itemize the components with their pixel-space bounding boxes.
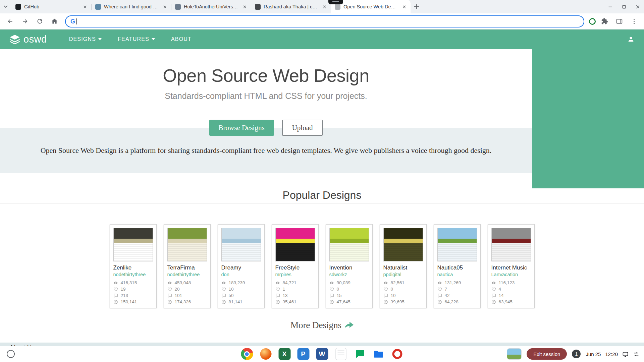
design-card[interactable]: TerraFirma nodethirtythree 453,048201011… — [164, 224, 211, 308]
shelf-app-files-icon[interactable] — [372, 348, 385, 361]
design-author-link[interactable]: nodethirtythree — [113, 272, 153, 277]
upload-button[interactable]: Upload — [282, 120, 323, 136]
design-thumbnail[interactable] — [275, 228, 315, 261]
address-bar-input[interactable] — [80, 18, 579, 24]
tab-close-icon[interactable] — [82, 4, 88, 10]
design-name[interactable]: Zenlike — [113, 264, 153, 271]
tab-favicon — [15, 4, 21, 10]
chromeos-shelf: XPW Exit session 1 Jun 25 12:20 — [0, 346, 644, 362]
design-author-link[interactable]: nodethirtythree — [167, 272, 207, 277]
design-name[interactable]: FreeStyle — [275, 264, 315, 271]
design-card[interactable]: Zenlike nodethirtythree 416,31519213150,… — [110, 224, 157, 308]
back-button[interactable] — [4, 15, 16, 27]
design-thumbnail[interactable] — [383, 228, 423, 261]
stat-comments: 101 — [167, 292, 207, 299]
stat-likes-value: 10 — [229, 287, 234, 292]
design-card[interactable]: FreeStyle mrpires 84,72111335,461 — [272, 224, 319, 308]
launcher-button[interactable] — [7, 350, 15, 358]
comment-icon — [221, 293, 226, 298]
stat-likes: 19 — [113, 286, 153, 292]
design-card[interactable]: Dreamy don 183,239105081,141 — [218, 224, 265, 308]
design-name[interactable]: Naturalist — [383, 264, 423, 271]
tab-close-icon[interactable] — [321, 4, 327, 10]
thumb-accent — [168, 239, 207, 243]
design-author-link[interactable]: don — [221, 272, 261, 277]
design-card[interactable]: Naturalist ppdigital 82,56101039,695 — [380, 224, 427, 308]
new-tab-button[interactable] — [411, 0, 423, 13]
tab-title: Rashard aka Thaka | compiling — [264, 4, 318, 9]
account-button[interactable] — [627, 36, 635, 43]
browser-tab[interactable]: GitHub — [11, 0, 91, 13]
shelf-app-powerpoint-icon[interactable]: P — [297, 348, 310, 361]
home-button[interactable] — [48, 15, 60, 27]
stat-likes-value: 4 — [499, 287, 501, 292]
eye-icon — [437, 281, 442, 285]
extension-pinned-icon[interactable] — [589, 18, 596, 25]
hero-main: Open Source Web Design Standards-complia… — [0, 49, 532, 128]
comment-icon — [383, 293, 388, 298]
nav-item-designs[interactable]: DESIGNS — [69, 36, 102, 42]
design-author-link[interactable]: nautica — [437, 272, 477, 277]
stat-views: 453,048 — [167, 280, 207, 286]
design-thumbnail[interactable] — [167, 228, 207, 261]
address-bar[interactable]: G — [65, 15, 584, 27]
system-tray[interactable]: Jun 25 12:20 — [586, 351, 639, 357]
design-card-list: Zenlike nodethirtythree 416,31519213150,… — [0, 224, 644, 308]
design-thumbnail[interactable] — [329, 228, 369, 261]
shelf-app-chat-icon[interactable] — [353, 348, 366, 361]
browse-designs-button[interactable]: Browse Designs — [209, 120, 274, 136]
design-name[interactable]: Internet Music — [491, 264, 531, 271]
design-name[interactable]: Invention — [329, 264, 369, 271]
reload-button[interactable] — [34, 15, 46, 27]
shelf-app-docs-icon[interactable] — [334, 348, 347, 361]
design-author-link[interactable]: LanVacation — [491, 272, 531, 277]
tab-close-icon[interactable] — [401, 4, 407, 10]
browser-menu-kebab-icon[interactable] — [628, 15, 640, 27]
design-thumbnail[interactable] — [113, 228, 153, 261]
design-name[interactable]: Dreamy — [221, 264, 261, 271]
nav-item-features[interactable]: FEATURES — [118, 36, 155, 42]
wallpaper-thumbnail[interactable] — [507, 348, 522, 360]
shelf-app-excel-icon[interactable]: X — [278, 348, 291, 361]
design-author-link[interactable]: mrpires — [275, 272, 315, 277]
thumb-body — [330, 243, 369, 261]
site-logo[interactable]: oswd — [9, 34, 47, 45]
extensions-puzzle-icon[interactable] — [598, 15, 610, 27]
tab-close-icon[interactable] — [162, 4, 168, 10]
design-author-link[interactable]: sdworkz — [329, 272, 369, 277]
forward-button[interactable] — [19, 15, 31, 27]
more-designs-link[interactable]: More Designs — [0, 320, 644, 330]
stat-views: 84,721 — [275, 280, 315, 286]
design-card[interactable]: Internet Music LanVacation 116,12341463,… — [488, 224, 535, 308]
shelf-app-firefox-icon[interactable] — [259, 348, 272, 361]
design-card[interactable]: Invention sdworkz 90,03901547,645 — [326, 224, 373, 308]
shelf-app-word-icon[interactable]: W — [316, 348, 329, 361]
notification-counter[interactable]: 1 — [572, 350, 581, 358]
design-name[interactable]: Nautica05 — [437, 264, 477, 271]
browser-tab[interactable]: Rashard aka Thaka | compiling — [251, 0, 331, 13]
minimize-button[interactable] — [607, 4, 613, 10]
design-thumbnail[interactable] — [491, 228, 531, 261]
side-panel-icon[interactable] — [613, 15, 625, 27]
tab-search-chevron-icon[interactable] — [0, 0, 11, 13]
exit-session-button[interactable]: Exit session — [527, 348, 567, 360]
design-thumbnail[interactable] — [221, 228, 261, 261]
design-card[interactable]: Nautica05 nautica 131,26974264,228 — [434, 224, 481, 308]
window-drag-handle[interactable] — [328, 0, 343, 4]
shelf-app-chrome-icon[interactable] — [240, 348, 254, 361]
stat-views-value: 82,561 — [391, 280, 405, 285]
design-author-link[interactable]: ppdigital — [383, 272, 423, 277]
tab-close-icon[interactable] — [241, 4, 248, 10]
browser-tab[interactable]: HoleToAnotherUniVersE | ./Ho — [171, 0, 251, 13]
stat-comments-value: 42 — [445, 293, 450, 298]
design-name[interactable]: TerraFirma — [167, 264, 207, 271]
eye-icon — [113, 281, 118, 285]
maximize-button[interactable] — [621, 4, 627, 10]
thumb-header — [114, 228, 153, 239]
popular-designs-header: Popular Designs — [0, 188, 644, 203]
design-thumbnail[interactable] — [437, 228, 477, 261]
shelf-app-recorder-icon[interactable] — [391, 348, 404, 361]
close-button[interactable] — [635, 4, 641, 10]
nav-item-about[interactable]: ABOUT — [171, 36, 192, 42]
browser-tab[interactable]: Where can I find good CSS tem — [91, 0, 171, 13]
